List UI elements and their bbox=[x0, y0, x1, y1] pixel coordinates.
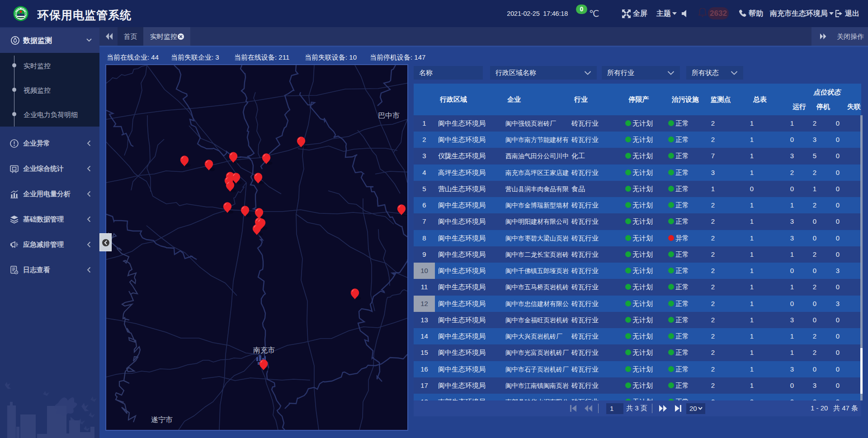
svg-text:巴中市: 巴中市 bbox=[378, 112, 400, 119]
svg-text:南充市: 南充市 bbox=[253, 346, 275, 354]
svg-text:遂宁市: 遂宁市 bbox=[151, 416, 173, 424]
